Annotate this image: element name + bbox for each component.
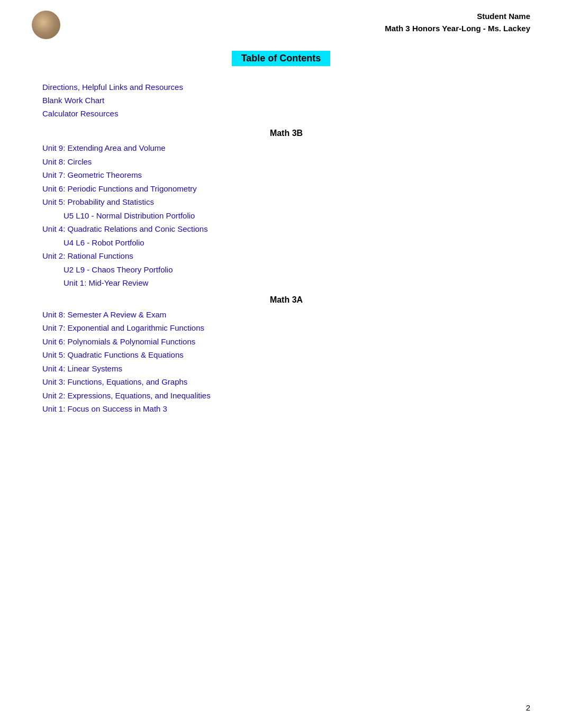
math3a-heading: Math 3A [42, 295, 530, 305]
math3b-u2l9[interactable]: U2 L9 - Chaos Theory Portfolio [64, 263, 530, 277]
logo-icon [32, 11, 60, 39]
intro-links: Directions, Helpful Links and Resources … [42, 81, 530, 120]
course-label: Math 3 Honors Year-Long - Ms. Lackey [385, 23, 530, 35]
math3a-unit8[interactable]: Unit 8: Semester A Review & Exam [42, 308, 530, 322]
math3b-u4l6[interactable]: U4 L6 - Robot Portfolio [64, 236, 530, 250]
math3a-unit6[interactable]: Unit 6: Polynomials & Polynomial Functio… [42, 335, 530, 349]
toc-title: Table of Contents [232, 51, 331, 66]
math3b-heading: Math 3B [42, 129, 530, 138]
student-name-label: Student Name [385, 11, 530, 23]
math3b-unit8[interactable]: Unit 8: Circles [42, 155, 530, 169]
blank-work-chart-link[interactable]: Blank Work Chart [42, 94, 530, 107]
math3b-unit-list: Unit 9: Extending Area and Volume Unit 8… [42, 141, 530, 290]
math3b-unit5[interactable]: Unit 5: Probability and Statistics [42, 195, 530, 209]
directions-link[interactable]: Directions, Helpful Links and Resources [42, 81, 530, 94]
student-info: Student Name Math 3 Honors Year-Long - M… [385, 11, 530, 34]
math3a-unit2[interactable]: Unit 2: Expressions, Equations, and Ineq… [42, 389, 530, 403]
page: Student Name Math 3 Honors Year-Long - M… [0, 0, 562, 728]
math3b-section: Math 3B Unit 9: Extending Area and Volum… [42, 129, 530, 290]
header: Student Name Math 3 Honors Year-Long - M… [32, 11, 530, 42]
math3a-unit1[interactable]: Unit 1: Focus on Success in Math 3 [42, 402, 530, 416]
page-number: 2 [526, 703, 530, 712]
math3a-unit-list: Unit 8: Semester A Review & Exam Unit 7:… [42, 308, 530, 416]
math3a-unit3[interactable]: Unit 3: Functions, Equations, and Graphs [42, 375, 530, 389]
math3a-unit7[interactable]: Unit 7: Exponential and Logarithmic Func… [42, 321, 530, 335]
math3b-unit7[interactable]: Unit 7: Geometric Theorems [42, 168, 530, 182]
math3a-unit4[interactable]: Unit 4: Linear Systems [42, 362, 530, 376]
math3b-unit6[interactable]: Unit 6: Periodic Functions and Trigonome… [42, 182, 530, 196]
math3a-section: Math 3A Unit 8: Semester A Review & Exam… [42, 295, 530, 416]
math3b-unit1[interactable]: Unit 1: Mid-Year Review [64, 276, 530, 290]
math3b-unit2[interactable]: Unit 2: Rational Functions [42, 249, 530, 263]
logo-area [32, 11, 64, 42]
math3b-u5l10[interactable]: U5 L10 - Normal Distribution Portfolio [64, 209, 530, 223]
title-section: Table of Contents [32, 51, 530, 66]
math3b-unit4[interactable]: Unit 4: Quadratic Relations and Conic Se… [42, 222, 530, 236]
math3b-unit9[interactable]: Unit 9: Extending Area and Volume [42, 141, 530, 155]
content-area: Directions, Helpful Links and Resources … [42, 81, 530, 416]
math3a-unit5[interactable]: Unit 5: Quadratic Functions & Equations [42, 348, 530, 362]
calculator-resources-link[interactable]: Calculator Resources [42, 107, 530, 121]
